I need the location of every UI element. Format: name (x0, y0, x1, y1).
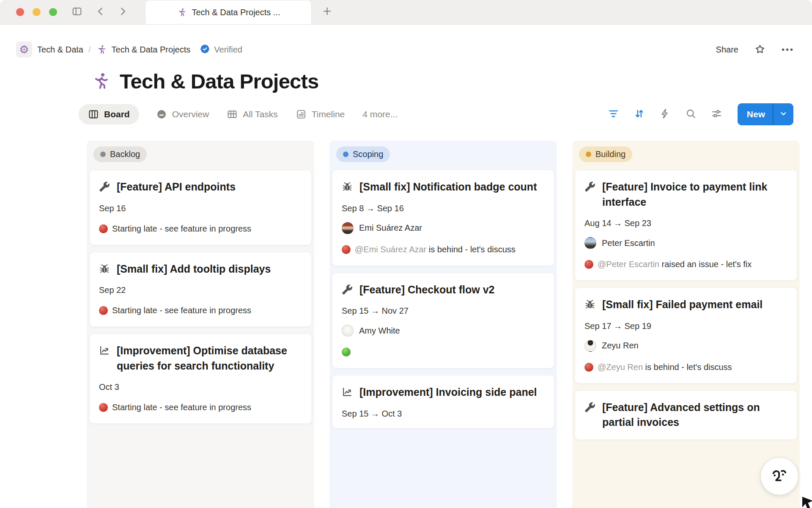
notion-ai-button[interactable] (761, 458, 798, 495)
avatar (342, 222, 354, 234)
assignee-name: Emi Suárez Azar (359, 223, 422, 233)
avatar (342, 325, 354, 337)
status-dot-icon (343, 152, 348, 157)
verified-badge[interactable]: Verified (200, 44, 242, 56)
mouse-cursor (801, 495, 812, 508)
titlebar: Tech & Data Projects ... (0, 0, 812, 25)
forward-button[interactable] (115, 5, 130, 19)
view-row: BoardOverviewAll TasksTimeline4 more... … (0, 93, 812, 125)
task-card[interactable]: [Feature] Advanced settings on partial i… (575, 390, 797, 440)
card-date: Sep 16 (99, 204, 302, 213)
ellipsis-icon: ••• (782, 45, 794, 55)
status-text: is behind - let's discuss (645, 362, 732, 372)
breadcrumb-separator: / (88, 45, 91, 55)
task-card[interactable]: [Small fix] Notification badge count Sep… (332, 170, 554, 266)
task-card[interactable]: [Feature] Checkout flow v2 Sep 15 → Nov … (332, 273, 554, 369)
card-status: Starting late - see feature in progress (99, 401, 302, 414)
new-button[interactable]: New (738, 103, 773, 125)
card-title: [Improvement] Invoicing side panel (359, 385, 537, 400)
overview-icon (156, 109, 167, 120)
status-text: is behind - let's discuss (429, 245, 516, 254)
board-column-building: Building [Feature] Invoice to payment li… (572, 141, 800, 508)
status-dot-icon (342, 348, 351, 356)
tasks-icon (227, 109, 238, 120)
avatar (584, 340, 596, 352)
avatar (584, 237, 596, 249)
assignee-name: Zeyu Ren (602, 341, 639, 351)
search-button[interactable] (684, 107, 697, 121)
board-column-backlog: Backlog [Feature] API endpoints Sep 16 S… (87, 141, 314, 508)
column-name: Scoping (353, 149, 383, 159)
zoom-button[interactable] (49, 8, 57, 16)
card-status: @Zeyu Ren is behind - let's discuss (584, 361, 787, 374)
card-date: Sep 17 → Sep 19 (584, 321, 787, 331)
share-button[interactable]: Share (715, 43, 739, 56)
column-header-backlog[interactable]: Backlog (93, 146, 147, 162)
card-assignee: Peter Escartin (584, 237, 787, 249)
close-button[interactable] (16, 8, 24, 16)
sidebar-toggle-button[interactable] (70, 5, 84, 19)
automations-button[interactable] (658, 107, 672, 121)
breadcrumb-workspace[interactable]: ⚙ Tech & Data (16, 41, 83, 58)
wrench-icon (99, 179, 110, 195)
browser-tab[interactable]: Tech & Data Projects ... (145, 0, 312, 24)
breadcrumb-page[interactable]: Tech & Data Projects (96, 44, 191, 55)
task-card[interactable]: [Improvement] Optimise database queries … (89, 334, 312, 424)
view-tab-all-tasks[interactable]: All Tasks (226, 104, 278, 124)
chevron-down-icon (779, 109, 788, 119)
column-header-scoping[interactable]: Scoping (336, 146, 390, 162)
view-tab-more[interactable]: 4 more... (362, 105, 398, 124)
sort-button[interactable] (633, 107, 646, 121)
new-dropdown-button[interactable] (774, 103, 793, 125)
task-card[interactable]: [Feature] Invoice to payment link interf… (575, 170, 797, 281)
bug-icon (342, 179, 353, 195)
top-actions: Share ••• (715, 43, 795, 57)
back-button[interactable] (93, 5, 108, 19)
search-icon (685, 108, 697, 121)
chevron-right-icon (117, 6, 128, 18)
page-title: Tech & Data Projects (120, 69, 319, 93)
timeline-icon (296, 109, 307, 120)
chart-icon (99, 343, 110, 373)
breadcrumb: ⚙ Tech & Data / Tech & Data Projects Ver… (16, 41, 242, 58)
filter-icon (608, 108, 619, 121)
task-card[interactable]: [Small fix] Add tooltip displays Sep 22 … (89, 252, 312, 327)
status-text: Starting late - see feature in progress (112, 306, 251, 315)
view-tab-board[interactable]: Board (79, 104, 139, 124)
status-text: Starting late - see feature in progress (112, 403, 251, 412)
card-title: [Feature] Advanced settings on partial i… (602, 400, 787, 430)
column-name: Building (595, 149, 625, 159)
task-card[interactable]: [Feature] API endpoints Sep 16 Starting … (89, 170, 312, 245)
task-card[interactable]: [Small fix] Failed payment email Sep 17 … (575, 287, 797, 384)
sliders-icon (711, 108, 722, 121)
filter-button[interactable] (607, 107, 620, 121)
card-date: Sep 22 (99, 285, 302, 295)
new-tab-button[interactable] (320, 5, 334, 19)
card-title: [Feature] API endpoints (117, 179, 236, 195)
task-card[interactable]: [Improvement] Invoicing side panel Sep 1… (332, 375, 554, 428)
status-text: Starting late - see feature in progress (112, 224, 251, 233)
wrench-icon (342, 282, 353, 298)
card-status: Starting late - see feature in progress (99, 304, 302, 317)
ai-face-icon (768, 464, 791, 489)
view-tab-overview[interactable]: Overview (155, 104, 210, 124)
minimize-button[interactable] (33, 8, 41, 16)
status-dot-icon (586, 152, 591, 157)
star-icon (754, 44, 765, 56)
view-settings-button[interactable] (710, 107, 723, 121)
favorite-button[interactable] (754, 43, 766, 57)
status-dot-icon (99, 306, 108, 315)
view-tab-label: Overview (172, 109, 209, 119)
board-icon (88, 109, 99, 120)
view-tab-timeline[interactable]: Timeline (295, 104, 346, 124)
more-button[interactable]: ••• (781, 44, 795, 55)
card-list: [Small fix] Notification badge count Sep… (332, 170, 554, 428)
sidebar-icon (71, 6, 82, 18)
wrench-icon (584, 179, 595, 210)
column-header-building[interactable]: Building (579, 146, 632, 162)
status-dot-icon (99, 224, 108, 233)
card-status: @Emi Suárez Azar is behind - let's discu… (342, 243, 545, 256)
runner-icon (177, 8, 187, 17)
topbar: ⚙ Tech & Data / Tech & Data Projects Ver… (0, 25, 812, 58)
card-assignee: Amy White (342, 325, 545, 337)
